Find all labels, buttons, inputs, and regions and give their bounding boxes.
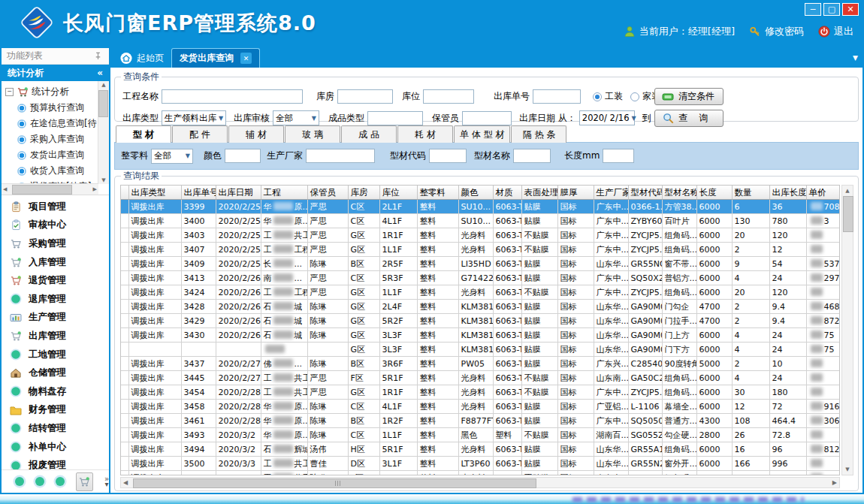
table-row[interactable]: 调拨出库34942020/3/2石辉城汤伟H区5R1F整料光身料6063-T5贴… <box>121 442 840 457</box>
table-row[interactable]: 调拨出库34452020/2/27工共工程严思F区5R1F整料光身料6063-T… <box>121 371 840 385</box>
tree-item[interactable]: 退库管理[待定] <box>5 195 109 195</box>
table-row[interactable]: 调拨出库34072020/2/25工工程严思G区1L1F整料光身料6063-T5… <box>121 243 840 257</box>
profile-code-input[interactable] <box>429 149 467 163</box>
column-header[interactable]: 长度 <box>696 186 732 200</box>
profile-name-input[interactable] <box>513 149 551 163</box>
more-items-button[interactable]: »▾ <box>104 476 109 487</box>
pin-icon[interactable] <box>92 50 104 62</box>
column-header[interactable]: 膜厚 <box>557 186 594 200</box>
tree-root[interactable]: − 统计分析 <box>5 84 109 100</box>
green-dot-icon[interactable] <box>15 477 24 486</box>
sidebar-item-returns[interactable]: 退货管理 <box>2 271 109 290</box>
product-type-input[interactable] <box>367 111 423 125</box>
vertical-scrollbar[interactable]: ▲▼ <box>841 185 853 475</box>
sidebar-item-inbound[interactable]: 入库管理 <box>2 253 109 272</box>
table-row[interactable]: 调拨出库34612020/2/28华原...陈琳B区1R2F整料F8877FT6… <box>121 414 840 428</box>
column-header[interactable]: 数量 <box>732 186 769 200</box>
length-input[interactable] <box>603 149 634 163</box>
location-input[interactable] <box>423 89 474 104</box>
column-header[interactable]: 出库日期 <box>216 186 261 200</box>
tab-close-icon[interactable]: ✕ <box>240 53 252 64</box>
tree-item[interactable]: 采购入库查询 <box>5 131 109 147</box>
table-row[interactable]: 调拨出库34292020/2/26石城陈琳G区5R2F整料KLM38176063… <box>121 314 840 328</box>
collapse-icon[interactable]: « <box>97 68 103 78</box>
material-tab[interactable]: 配 件 <box>172 125 228 143</box>
table-row[interactable]: 调拨出库34372020/2/27佛...陈琳B区3R6F整料PW056063-… <box>121 357 840 371</box>
column-header[interactable]: 型材名称 <box>662 186 696 200</box>
column-header[interactable]: 材质 <box>493 186 521 200</box>
out-type-select[interactable]: 生产领料出库▼ <box>162 110 226 125</box>
logout-button[interactable]: 退出 <box>818 25 853 38</box>
tree-item[interactable]: 在途信息查询[待 <box>5 116 109 131</box>
column-header[interactable]: 库位 <box>379 186 417 200</box>
column-header[interactable]: 出库类型 <box>128 186 181 200</box>
material-tab[interactable]: 耗 材 <box>397 125 453 143</box>
tree-item[interactable]: 预算执行查询 <box>5 100 109 116</box>
sidebar-item-return-store[interactable]: 退库管理 <box>2 290 109 309</box>
project-name-input[interactable] <box>162 89 303 104</box>
table-row[interactable]: 调拨出库34302020/2/26石城陈琳G区3L3F整料KLM38176063… <box>121 328 840 343</box>
order-no-input[interactable] <box>533 89 581 104</box>
cart-toolbar-button[interactable] <box>76 472 93 491</box>
sidebar-item-purchase[interactable]: 采购管理 <box>2 234 109 253</box>
green-dot-icon[interactable] <box>35 477 44 486</box>
table-row[interactable]: 调拨出库34242020/2/26工工程严思G区1L1F整料光身料6063-T5… <box>121 285 840 300</box>
search-button[interactable]: 查 询 <box>654 110 724 127</box>
column-header[interactable]: 整零料 <box>417 186 458 200</box>
sidebar-item-warehouse[interactable]: 仓储管理 <box>2 364 109 382</box>
vertical-scrollbar-thumb[interactable] <box>843 196 853 232</box>
sidebar-item-inventory[interactable]: 物料盘存 <box>2 382 109 401</box>
date-from-picker[interactable]: 2020/ 2/16▼ <box>579 110 635 125</box>
material-tab[interactable]: 成 品 <box>341 125 397 143</box>
tab-home[interactable]: 起始页 <box>113 49 171 68</box>
column-header[interactable]: 工程 <box>261 186 307 200</box>
tab-shipping-outbound-query[interactable]: 发货出库查询 ✕ <box>171 48 260 68</box>
sidebar-item-finance[interactable]: 财务管理 <box>2 401 109 420</box>
table-row[interactable]: 调拨出库33992020/2/25华原...严思C区2L1F整料SU10...6… <box>121 200 840 214</box>
table-row[interactable]: 调拨出库34002020/2/25华原...严思C区4L1F整料SU10...6… <box>121 214 840 228</box>
sidebar-item-carryover[interactable]: 结转管理 <box>2 419 109 438</box>
sidebar-item-site[interactable]: 工地管理 <box>2 346 109 364</box>
sidebar-item-audit[interactable]: 审核中心 <box>2 216 109 235</box>
column-header[interactable]: 出库单号 <box>181 186 216 200</box>
table-row[interactable]: G区3L3F整料KLM38176063-T5贴膜国标山东华...GA90M09.… <box>121 343 840 357</box>
clear-conditions-button[interactable]: 清空条件 <box>654 88 724 105</box>
material-tab[interactable]: 型 材 <box>116 125 171 143</box>
column-header[interactable]: 型材代码 <box>628 186 662 200</box>
tree-item[interactable]: 发货出库查询 <box>5 147 109 163</box>
whole-part-select[interactable]: 全部▼ <box>151 149 193 164</box>
sidebar-item-scrap[interactable]: 报废管理 <box>2 456 109 469</box>
close-button[interactable]: ✕ <box>842 3 859 16</box>
column-header[interactable]: 生产厂家 <box>594 186 628 200</box>
table-row[interactable]: 调拨出库34542020/2/28工共工程严思G区1R1F整料光身料6063-T… <box>121 385 840 400</box>
sidebar-item-production[interactable]: 生产管理 <box>2 309 109 327</box>
column-header[interactable]: 出库长度 <box>769 186 806 200</box>
column-header[interactable]: 表面处理 <box>521 186 557 200</box>
change-password-button[interactable]: 修改密码 <box>749 25 804 38</box>
table-row[interactable]: 调拨出库34092020/2/25长...陈琳B区2R5F整料LI35HD606… <box>121 257 840 271</box>
table-row[interactable]: 调拨出库34032020/2/25工共工程严思G区1R1F整料光身料6063-T… <box>121 228 840 243</box>
column-header[interactable]: 保管员 <box>307 186 348 200</box>
column-header[interactable]: 库房 <box>348 186 379 200</box>
tree-vertical-scrollbar[interactable]: ▲▼ <box>98 81 109 184</box>
warehouse-input[interactable] <box>337 89 393 104</box>
color-input[interactable] <box>225 149 261 163</box>
material-tab[interactable]: 隔 热 条 <box>511 125 566 143</box>
green-dot-icon[interactable] <box>56 477 65 486</box>
column-header[interactable]: 单价 <box>806 186 840 200</box>
tab-list-dropdown-icon[interactable]: ▼ <box>853 54 858 62</box>
tree-horizontal-scrollbar[interactable]: ◀▶ <box>2 183 98 195</box>
table-row[interactable]: 调拨出库34282020/2/26石城陈琳G区2L4F整料KLM38176063… <box>121 300 840 314</box>
sidebar-item-supplement[interactable]: 补单中心 <box>2 438 109 457</box>
sidebar-item-outbound[interactable]: 出库管理 <box>2 327 109 346</box>
tree-expander-icon[interactable]: − <box>5 88 14 96</box>
column-header[interactable]: 颜色 <box>458 186 493 200</box>
table-row[interactable]: 调拨出库35002020/3/3工共工程曹佳D区3L1F整料LT3P606063… <box>121 457 840 471</box>
minimize-button[interactable]: ─ <box>805 3 821 16</box>
tree-item[interactable]: 收货入库查询 <box>5 163 109 179</box>
keeper-input[interactable] <box>462 111 512 125</box>
material-tab[interactable]: 辅 材 <box>228 125 284 143</box>
material-tab[interactable]: 单 体 型 材 <box>454 125 510 143</box>
table-row[interactable]: 调拨出库35102020/3/4工共工程陈琳F区5R1F整料光身料6063-T5… <box>121 471 840 476</box>
horizontal-scrollbar[interactable]: ◀▶ <box>120 477 840 488</box>
